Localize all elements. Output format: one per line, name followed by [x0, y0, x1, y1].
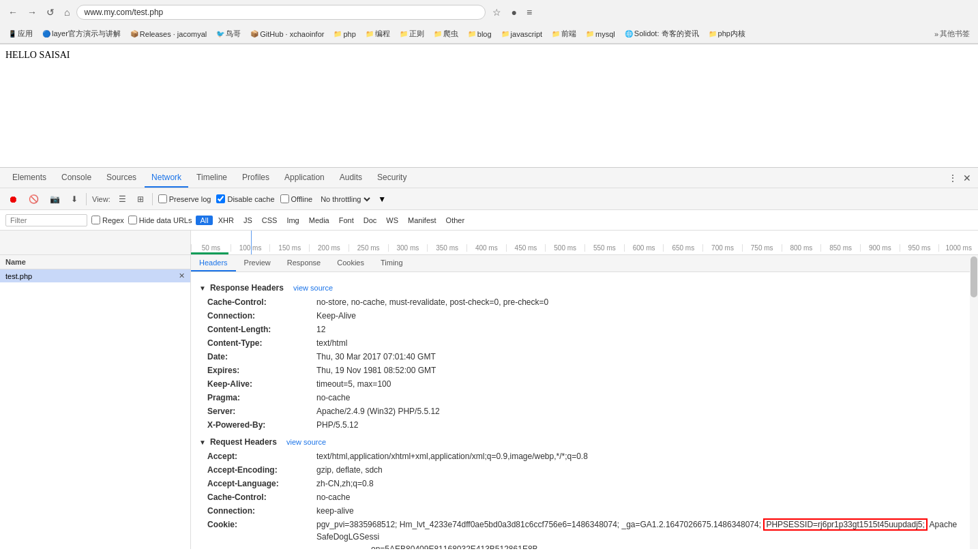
- tab-audits[interactable]: Audits: [333, 168, 369, 188]
- regex-label[interactable]: Regex: [91, 216, 124, 224]
- phpcore-icon: 📁: [709, 30, 717, 38]
- regex-checkbox[interactable]: [91, 216, 100, 224]
- response-headers-section[interactable]: ▼ Response Headers view source: [199, 283, 962, 293]
- filter-manifest-button[interactable]: Manifest: [404, 216, 441, 225]
- preserve-log-label[interactable]: Preserve log: [158, 194, 211, 203]
- view-list-button[interactable]: ☰: [116, 193, 129, 205]
- bookmarks-more-button[interactable]: » 其他书签: [932, 27, 973, 40]
- filter-doc-button[interactable]: Doc: [359, 216, 381, 225]
- ruler-label-850ms: 850 ms: [820, 244, 860, 252]
- bookmark-apps[interactable]: 📱 应用: [5, 27, 35, 40]
- regex-icon: 📁: [400, 30, 408, 38]
- details-tab-cookies[interactable]: Cookies: [329, 255, 372, 271]
- tab-application[interactable]: Application: [278, 168, 331, 188]
- tab-elements[interactable]: Elements: [5, 168, 53, 188]
- filter-all-button[interactable]: All: [196, 216, 212, 225]
- devtools-title-actions: ⋮ ✕: [947, 171, 973, 185]
- response-view-source-link[interactable]: view source: [293, 284, 333, 292]
- filter-css-button[interactable]: CSS: [258, 216, 282, 225]
- bookmark-php[interactable]: 📁 php: [331, 29, 358, 40]
- hide-data-urls-checkbox[interactable]: [128, 216, 137, 224]
- record-button[interactable]: ⏺: [5, 192, 20, 206]
- table-row[interactable]: test.php ✕: [0, 269, 190, 282]
- clear-button[interactable]: 🚫: [26, 193, 42, 205]
- apps-icon: 📱: [8, 30, 16, 38]
- ruler-label-450ms: 450 ms: [506, 244, 546, 252]
- timeline-ruler-row: 50 ms 100 ms 150 ms 200 ms 250 ms 300 ms…: [0, 231, 978, 255]
- hide-data-urls-label[interactable]: Hide data URLs: [128, 216, 192, 224]
- filter-input[interactable]: [5, 214, 87, 226]
- request-name: test.php: [5, 272, 32, 280]
- tab-profiles[interactable]: Profiles: [235, 168, 276, 188]
- bookmark-programming[interactable]: 📁 编程: [363, 27, 393, 40]
- bookmark-frontend-label: 前端: [561, 29, 576, 39]
- bookmark-blog-label: blog: [477, 30, 492, 38]
- refresh-button[interactable]: ↺: [44, 5, 57, 19]
- request-headers-section[interactable]: ▼ Request Headers view source: [199, 437, 962, 447]
- bookmark-phpcore[interactable]: 📁 php内核: [706, 27, 748, 40]
- header-row-x-powered-by: X-Powered-By: PHP/5.5.12: [199, 418, 962, 432]
- devtools-close-button[interactable]: ✕: [962, 171, 973, 185]
- home-button[interactable]: ⌂: [61, 5, 72, 19]
- tab-timeline[interactable]: Timeline: [190, 168, 234, 188]
- tab-security[interactable]: Security: [370, 168, 413, 188]
- bookmark-frontend[interactable]: 📁 前端: [549, 27, 579, 40]
- bookmark-programming-label: 编程: [375, 29, 390, 39]
- bookmark-releases[interactable]: 📦 Releases · jacomyal: [128, 29, 209, 40]
- tab-network[interactable]: Network: [145, 168, 188, 188]
- bookmark-releases-label: Releases · jacomyal: [140, 30, 207, 38]
- close-row-button[interactable]: ✕: [179, 271, 185, 280]
- back-button[interactable]: ←: [5, 5, 20, 19]
- ruler-label-50ms: 50 ms: [191, 244, 231, 252]
- header-row-keep-alive: Keep-Alive: timeout=5, max=100: [199, 377, 962, 391]
- name-col-spacer: [0, 231, 191, 254]
- filter-img-button[interactable]: Img: [282, 216, 303, 225]
- address-bar[interactable]: [76, 5, 486, 20]
- preserve-log-text: Preserve log: [169, 195, 211, 203]
- filter-xhr-button[interactable]: XHR: [214, 216, 238, 225]
- details-tab-timing[interactable]: Timing: [372, 255, 411, 271]
- ruler-label-300ms: 300 ms: [388, 244, 428, 252]
- bookmark-mysql[interactable]: 📁 mysql: [583, 29, 618, 40]
- bookmark-layer[interactable]: 🔵 layer官方演示与讲解: [40, 27, 123, 40]
- preserve-log-checkbox[interactable]: [158, 194, 167, 203]
- header-value-server: Apache/2.4.9 (Win32) PHP/5.5.12: [316, 405, 962, 417]
- offline-label[interactable]: Offline: [280, 194, 313, 203]
- bookmark-niaoge[interactable]: 🐦 鸟哥: [213, 27, 243, 40]
- filter-js-button[interactable]: JS: [239, 216, 256, 225]
- offline-checkbox[interactable]: [280, 194, 289, 203]
- capture-screenshots-button[interactable]: 📷: [47, 193, 63, 205]
- bookmark-github[interactable]: 📦 GitHub · xchaoinfor: [248, 29, 327, 40]
- details-tab-headers[interactable]: Headers: [191, 255, 236, 271]
- disable-cache-label[interactable]: Disable cache: [216, 194, 274, 203]
- menu-button[interactable]: ≡: [524, 5, 535, 19]
- scrollbar-track[interactable]: [970, 255, 978, 549]
- view-details-button[interactable]: ⊞: [134, 193, 147, 205]
- bookmark-solidot[interactable]: 🌐 Solidot: 奇客的资讯: [622, 27, 702, 40]
- profile-button[interactable]: ●: [508, 5, 519, 19]
- tab-sources[interactable]: Sources: [100, 168, 143, 188]
- bookmark-spider[interactable]: 📁 爬虫: [431, 27, 461, 40]
- details-tab-response[interactable]: Response: [279, 255, 329, 271]
- bookmark-blog[interactable]: 📁 blog: [465, 29, 494, 40]
- tab-console[interactable]: Console: [55, 168, 98, 188]
- req-header-row-connection: Connection: keep-alive: [199, 504, 962, 518]
- request-view-source-link[interactable]: view source: [286, 438, 326, 446]
- devtools-more-button[interactable]: ⋮: [947, 171, 959, 185]
- filter-font-button[interactable]: Font: [335, 216, 358, 225]
- filter-media-button[interactable]: Media: [305, 216, 334, 225]
- filter-ws-button[interactable]: WS: [382, 216, 402, 225]
- star-button[interactable]: ☆: [490, 5, 504, 19]
- filter-button[interactable]: ⬇: [68, 193, 80, 205]
- throttle-select[interactable]: No throttling Offline Slow 3G Fast 3G: [318, 194, 372, 204]
- details-tab-preview[interactable]: Preview: [236, 255, 279, 271]
- filter-other-button[interactable]: Other: [442, 216, 469, 225]
- header-name-content-length: Content-Length:: [207, 323, 316, 336]
- ruler-label-150ms: 150 ms: [269, 244, 309, 252]
- bookmark-regex[interactable]: 📁 正则: [397, 27, 427, 40]
- scrollbar-thumb[interactable]: [970, 256, 977, 297]
- bookmark-js[interactable]: 📁 javascript: [499, 29, 545, 40]
- disable-cache-checkbox[interactable]: [216, 194, 225, 203]
- forward-button[interactable]: →: [25, 5, 40, 19]
- ruler-label-1000ms: 1000 ms: [938, 244, 978, 252]
